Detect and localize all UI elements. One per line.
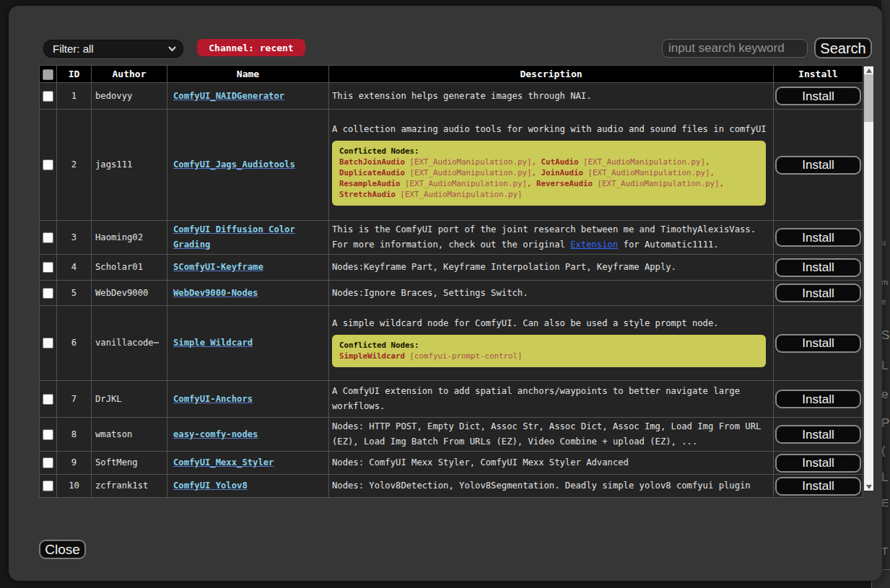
extension-name-link[interactable]: ComfyUI_Mexx_Styler [173, 457, 274, 468]
row-checkbox[interactable] [43, 159, 53, 170]
arrow-down-icon [866, 485, 872, 489]
table-row: 6 vanillacode⋯ Simple Wildcard A simple … [40, 306, 863, 381]
row-id: 8 [57, 418, 92, 452]
extension-name-link[interactable]: ComfyUI_Jags_Audiotools [173, 159, 295, 170]
custom-node-installer-dialog: Filter: all Channel: recent Search ID [9, 6, 882, 581]
row-author: DrJKL [92, 381, 167, 418]
install-button[interactable]: Install [775, 334, 861, 353]
extension-table-body: 1 bedovyy ComfyUI_NAIDGenerator This ext… [40, 83, 863, 498]
row-author: Scholar01 [92, 255, 167, 281]
row-author: bedovyy [92, 83, 167, 110]
row-checkbox[interactable] [43, 429, 53, 440]
row-checkbox[interactable] [43, 394, 53, 405]
row-checkbox[interactable] [43, 481, 53, 491]
background-text-fragment: L [881, 470, 888, 485]
extension-name-link[interactable]: SComfyUI-Keyframe [173, 262, 263, 272]
row-id: 10 [57, 475, 92, 498]
scrollbar-up-button[interactable] [864, 66, 873, 74]
table-row: 9 SoftMeng ComfyUI_Mexx_Styler Nodes: Co… [40, 452, 863, 475]
install-button[interactable]: Install [775, 228, 861, 247]
row-description: Nodes: ComfyUI Mexx Styler, ComfyUI Mexx… [332, 455, 767, 470]
comfyui-manager-page: umeSLeP(LET Filter: all Channel: recent … [0, 0, 890, 588]
scrollbar-down-button[interactable] [864, 483, 873, 491]
install-button[interactable]: Install [775, 284, 861, 302]
header-install: Install [774, 66, 863, 83]
conflicted-nodes-box: Conflicted Nodes:BatchJoinAudio [EXT_Aud… [332, 141, 766, 206]
extension-name-link[interactable]: ComfyUI_NAIDGenerator [173, 91, 284, 101]
conflicted-nodes-label: Conflicted Nodes: [339, 340, 759, 351]
row-description: This extension helps generate images thr… [332, 89, 767, 104]
row-author: vanillacode⋯ [92, 306, 167, 381]
select-all-checkbox[interactable] [43, 69, 53, 80]
background-text-fragment: P [881, 416, 889, 431]
extension-name-link[interactable]: easy-comfy-nodes [173, 429, 258, 439]
install-button[interactable]: Install [775, 258, 861, 277]
row-checkbox[interactable] [43, 232, 53, 243]
row-id: 1 [57, 83, 92, 110]
row-description: Nodes:Ignore Braces, Settings Switch. [332, 286, 767, 301]
row-author: SoftMeng [92, 452, 167, 475]
row-description: A ComfyUI extension to add spatial ancho… [332, 384, 767, 414]
row-id: 7 [57, 381, 92, 418]
row-id: 4 [57, 255, 92, 281]
install-button[interactable]: Install [775, 425, 861, 444]
table-scrollbar-track[interactable] [864, 66, 873, 491]
install-button[interactable]: Install [775, 156, 861, 175]
row-checkbox[interactable] [43, 288, 53, 299]
search-button[interactable]: Search [814, 38, 872, 58]
table-row: 3 Haoming02 ComfyUI Diffusion Color Grad… [40, 221, 863, 255]
background-text-fragment: S [881, 328, 889, 343]
conflicted-nodes-box: Conflicted Nodes:SimpleWildcard [comfyui… [332, 335, 766, 367]
scrollbar-thumb[interactable] [864, 74, 873, 122]
table-header-row: ID Author Name Description Install [40, 66, 863, 83]
arrow-up-icon [866, 69, 872, 73]
description-link[interactable]: Extension [570, 240, 618, 250]
row-id: 2 [57, 110, 92, 221]
background-text-fragment: T [881, 545, 888, 557]
extension-name-link[interactable]: ComfyUI Diffusion Color Grading [173, 224, 295, 250]
table-row: 10 zcfrank1st ComfyUI Yolov8 Nodes: Yolo… [40, 475, 863, 498]
header-name: Name [167, 66, 329, 83]
row-author: wmatson [92, 418, 167, 452]
extension-name-link[interactable]: ComfyUI-Anchors [173, 394, 253, 404]
extension-name-link[interactable]: ComfyUI Yolov8 [173, 481, 248, 491]
conflicted-nodes-label: Conflicted Nodes: [339, 146, 759, 157]
background-text-fragment: m [881, 278, 888, 286]
header-description: Description [329, 66, 774, 83]
extension-name-link[interactable]: Simple Wildcard [173, 338, 253, 348]
row-checkbox[interactable] [43, 91, 53, 102]
filter-select[interactable]: Filter: all [43, 40, 183, 58]
table-row: 8 wmatson easy-comfy-nodes Nodes: HTTP P… [40, 418, 863, 452]
table-row: 7 DrJKL ComfyUI-Anchors A ComfyUI extens… [40, 381, 863, 418]
row-description: A collection amazing audio tools for wor… [332, 122, 767, 137]
row-author: Haoming02 [92, 221, 167, 255]
install-button[interactable]: Install [775, 477, 861, 496]
row-author: jags111 [92, 110, 167, 221]
background-text-fragment: e [881, 387, 888, 402]
close-button[interactable]: Close [39, 540, 86, 559]
row-description: A simple wildcard node for ComfyUI. Can … [332, 316, 767, 331]
row-checkbox[interactable] [43, 262, 53, 273]
table-row: 4 Scholar01 SComfyUI-Keyframe Nodes:Keyf… [40, 255, 863, 281]
filter-select-wrap: Filter: all [43, 40, 183, 58]
search-input[interactable] [662, 39, 808, 58]
extension-name-link[interactable]: WebDev9000-Nodes [173, 288, 258, 298]
background-text-fragment: E [881, 496, 889, 509]
row-description: Nodes: Yolov8Detection, Yolov8Segmentati… [332, 478, 767, 493]
row-id: 5 [57, 281, 92, 306]
install-button[interactable]: Install [775, 454, 861, 473]
row-author: zcfrank1st [92, 475, 167, 498]
row-checkbox[interactable] [43, 338, 53, 348]
row-checkbox[interactable] [43, 457, 53, 468]
conflicted-nodes-list: BatchJoinAudio [EXT_AudioManipulation.py… [339, 157, 759, 200]
row-description: This is the ComfyUI port of the joint re… [332, 222, 767, 253]
install-button[interactable]: Install [775, 390, 861, 408]
background-text-fragment: L [881, 359, 888, 373]
extension-table: ID Author Name Description Install 1 bed… [39, 65, 863, 498]
conflicted-nodes-list: SimpleWildcard [comfyui-prompt-control] [339, 351, 759, 361]
row-author: WebDev9000 [92, 281, 167, 306]
install-button[interactable]: Install [775, 87, 861, 105]
row-description: Nodes:Keyframe Part, Keyframe Interpolat… [332, 260, 767, 275]
row-id: 9 [57, 452, 92, 475]
channel-badge: Channel: recent [197, 39, 305, 56]
